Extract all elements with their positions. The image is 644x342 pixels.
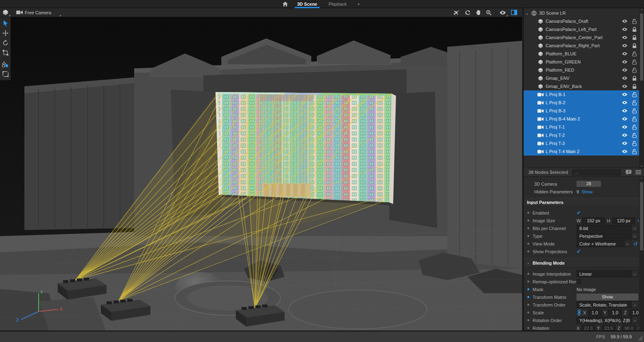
3d-viewport[interactable]: Y X Z Free Camera [0, 8, 522, 331]
tree-item-l-proj-t-2[interactable]: L Proj T-2 [524, 131, 639, 139]
primitives-tool-button[interactable] [0, 59, 11, 69]
tree-item-caesarspalace-left-part[interactable]: CaesarsPalace_Left_Part [524, 25, 639, 33]
tree-item-l-proj-t-4-main-2[interactable]: L Proj T-4 Main 2 [524, 147, 639, 156]
param-dot[interactable] [527, 243, 529, 245]
lock-toggle[interactable] [629, 108, 639, 114]
lock-toggle[interactable] [629, 125, 639, 130]
add-tab-button[interactable]: + [352, 2, 365, 7]
lock-toggle[interactable] [629, 76, 639, 81]
visibility-toggle[interactable] [620, 35, 629, 39]
lock-toggle[interactable] [629, 92, 639, 97]
visibility-toggle[interactable] [620, 149, 629, 153]
scene-menu-button[interactable] [0, 8, 11, 17]
tree-item-gmap-env[interactable]: Gmap_ENV [524, 74, 639, 82]
scroll-up-icon[interactable]: ⌃ [639, 177, 644, 182]
help-bubble-icon[interactable]: ? [625, 169, 632, 175]
tree-item-caesarspalace-center-part[interactable]: CaesarsPalace_Center_Part [524, 33, 639, 42]
visibility-toggle[interactable] [620, 68, 629, 72]
value-field[interactable]: 1.0 [588, 309, 602, 316]
visibility-toggle[interactable] [620, 101, 629, 105]
lock-toggle[interactable] [629, 141, 639, 146]
select-tool-button[interactable] [0, 18, 11, 28]
tree-item-platform-blue[interactable]: Platform_BLUE [524, 50, 639, 58]
value-field[interactable]: 90.0 [622, 325, 636, 331]
tree-item-caesarspalace-right-part[interactable]: CaesarsPalace_Right_Part [524, 42, 639, 50]
visibility-toggle[interactable] [620, 60, 629, 64]
lock-toggle[interactable] [629, 51, 639, 57]
tree-root-row[interactable]: ⌄3D Scene LR [524, 9, 639, 17]
lock-toggle[interactable] [629, 149, 639, 154]
lock-toggle[interactable] [629, 100, 639, 105]
move-tool-button[interactable] [0, 28, 11, 38]
tree-item-l-proj-b-2[interactable]: L Proj B-2 [524, 99, 639, 107]
tree-item-caesarspalace-draft[interactable]: CaesarsPalace_Draft [524, 17, 639, 25]
visibility-toggle[interactable] [620, 133, 629, 137]
visibility-toggle[interactable] [620, 84, 629, 88]
show-button[interactable]: Show [577, 294, 638, 300]
section-blending-mode[interactable]: › Blending Mode [524, 259, 639, 267]
tree-item-gmap-env-back[interactable]: Gmap_ENV_Back [524, 82, 639, 90]
properties-scrollbar[interactable]: ⌃ [639, 177, 644, 331]
dropdown[interactable]: Scale, Rotate, Translate⌄ [577, 301, 638, 308]
show-hidden-link[interactable]: Show [581, 189, 593, 194]
region-tool-button[interactable] [0, 69, 11, 79]
scale-tool-button[interactable] [0, 48, 11, 57]
lock-toggle[interactable] [629, 43, 639, 48]
param-dot[interactable] [527, 296, 529, 298]
resize-grip-icon[interactable] [637, 335, 642, 340]
value-field[interactable]: 120 px [612, 217, 635, 224]
section-input-parameters[interactable]: Input Parameters [524, 198, 639, 207]
value-field[interactable]: 22.0 [581, 325, 595, 331]
visibility-toggle[interactable] [620, 19, 629, 23]
dropdown[interactable]: Y(Heading), X(Pitch), Z(B⌄ [577, 317, 638, 324]
visibility-toggle[interactable] [620, 52, 629, 56]
visibility-toggle[interactable] [620, 117, 629, 121]
lock-toggle[interactable] [629, 116, 639, 122]
tree-scrollbar[interactable]: ⌃ ⌄ [639, 8, 644, 168]
checkbox-checked[interactable]: ✓ [577, 249, 581, 254]
param-dot[interactable] [527, 304, 529, 306]
tree-item-platform-red[interactable]: Platform_RED [524, 66, 639, 74]
tree-item-l-proj-t-3[interactable]: L Proj T-3 [524, 139, 639, 147]
camera-selector[interactable]: Free Camera [14, 8, 62, 17]
tree-item-l-proj-b-4-main-2[interactable]: L Proj B-4 Main 2 [524, 115, 639, 123]
panel-toggle-button[interactable] [509, 8, 520, 17]
visibility-toggle[interactable] [620, 92, 629, 96]
chevron-down-icon[interactable]: ⌄ [524, 11, 530, 16]
tab-3d-scene[interactable]: 3D Scene [292, 0, 323, 8]
dropdown[interactable]: Perspective⌄ [577, 232, 638, 239]
lock-toggle[interactable] [629, 27, 639, 32]
fly-tool-button[interactable] [451, 8, 462, 17]
visibility-toggle[interactable] [620, 76, 629, 80]
lock-toggle[interactable] [629, 133, 639, 138]
value-field[interactable]: 23.5 [602, 325, 616, 331]
pan-tool-button[interactable] [473, 8, 483, 17]
visibility-toggle[interactable] [620, 109, 629, 113]
scroll-down-icon[interactable]: ⌄ [639, 163, 644, 168]
link-values-icon[interactable] [577, 309, 581, 316]
lock-toggle[interactable] [629, 19, 639, 24]
param-dot[interactable] [527, 227, 529, 229]
tree-scroll-thumb[interactable] [640, 13, 643, 81]
param-dot[interactable] [527, 288, 529, 290]
tree-item-platform-green[interactable]: Platform_GREEN [524, 58, 639, 66]
orbit-tool-button[interactable] [462, 8, 473, 17]
param-dot[interactable] [527, 281, 529, 283]
tree-item-l-proj-t-1[interactable]: L Proj T-1 [524, 123, 639, 131]
zoom-tool-button[interactable] [483, 8, 494, 17]
lock-toggle[interactable] [629, 68, 639, 73]
param-dot[interactable] [527, 273, 529, 275]
value-field[interactable]: 192 px [582, 217, 605, 224]
tree-item-l-proj-b-1[interactable]: L Proj B-1 [524, 90, 639, 99]
visibility-toggle[interactable] [620, 125, 629, 129]
lock-toggle[interactable] [629, 84, 639, 89]
checkbox-unchecked[interactable] [577, 279, 581, 284]
tab-playback[interactable]: Playback [323, 0, 352, 8]
param-dot[interactable] [527, 219, 529, 221]
param-dot[interactable] [527, 212, 529, 214]
param-dot[interactable] [527, 327, 529, 329]
dropdown[interactable]: Linear⌄ [577, 270, 638, 277]
tree-item-l-proj-b-3[interactable]: L Proj B-3 [524, 107, 639, 115]
dropdown[interactable]: 8-bit⌄ [577, 225, 638, 232]
visibility-toggle[interactable] [620, 27, 629, 31]
